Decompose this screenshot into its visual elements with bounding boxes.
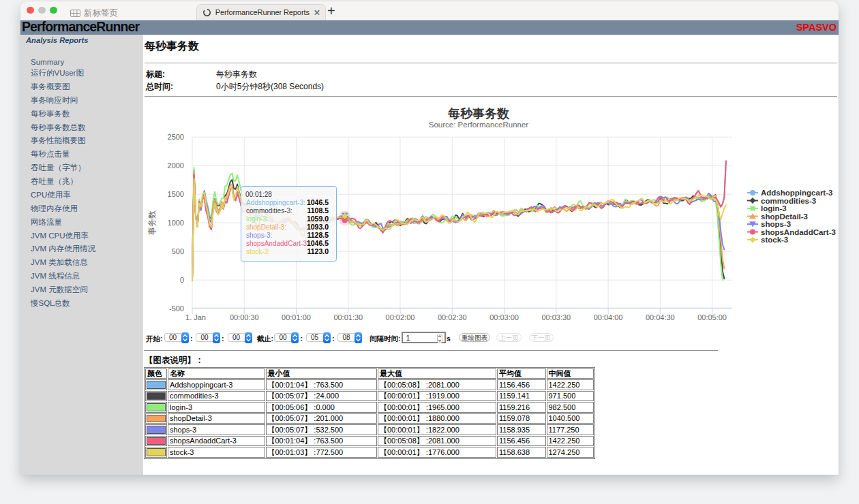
svg-text:事务数: 事务数 <box>147 210 157 235</box>
svg-text:00:01:00: 00:01:00 <box>282 313 311 321</box>
svg-text:00:04:30: 00:04:30 <box>646 313 675 321</box>
svg-text:shopDetail-3: shopDetail-3 <box>761 212 808 220</box>
svg-text:stock-3: stock-3 <box>761 236 788 244</box>
svg-text:00:04:00: 00:04:00 <box>594 313 623 321</box>
svg-text:1108.5: 1108.5 <box>307 206 329 215</box>
svg-text:00:02:30: 00:02:30 <box>438 313 467 321</box>
svg-text:stock-3:: stock-3: <box>246 248 270 255</box>
svg-text:1123.0: 1123.0 <box>307 247 329 255</box>
svg-text:login-3:: login-3: <box>246 215 269 223</box>
svg-text:1. Jan: 1. Jan <box>185 313 206 321</box>
svg-text:2000: 2000 <box>168 161 184 170</box>
svg-text:shopDetail-3:: shopDetail-3: <box>246 223 286 231</box>
svg-text:00:00:30: 00:00:30 <box>230 313 259 321</box>
svg-text:Addshoppingcart-3: Addshoppingcart-3 <box>761 189 832 197</box>
svg-text:commodities-3: commodities-3 <box>761 196 816 204</box>
svg-text:00:03:30: 00:03:30 <box>541 313 571 321</box>
svg-text:00:01:30: 00:01:30 <box>333 313 363 321</box>
svg-text:Source: PerformanceRunner: Source: PerformanceRunner <box>429 120 529 128</box>
svg-text:1046.5: 1046.5 <box>307 198 329 206</box>
svg-text:00:03:00: 00:03:00 <box>489 313 519 321</box>
svg-text:00:01:28: 00:01:28 <box>245 191 272 198</box>
svg-text:1046.5: 1046.5 <box>307 239 329 247</box>
svg-text:shops-3:: shops-3: <box>246 232 272 239</box>
svg-text:1128.5: 1128.5 <box>307 231 329 239</box>
svg-text:每秒事务数: 每秒事务数 <box>447 106 510 120</box>
svg-text:shopsAndaddCart-3: shopsAndaddCart-3 <box>761 227 836 236</box>
svg-text:00:05:00: 00:05:00 <box>697 313 727 321</box>
svg-text:1059.0: 1059.0 <box>307 215 329 223</box>
svg-text:00:02:00: 00:02:00 <box>386 313 415 321</box>
svg-text:2500: 2500 <box>168 133 184 141</box>
svg-text:Addshoppingcart-3:: Addshoppingcart-3: <box>246 199 305 206</box>
svg-text:-500: -500 <box>169 304 184 313</box>
svg-text:1500: 1500 <box>168 190 184 198</box>
svg-text:1093.0: 1093.0 <box>307 223 329 231</box>
svg-text:commodities-3:: commodities-3: <box>246 207 292 215</box>
svg-text:0: 0 <box>180 276 184 284</box>
svg-text:login-3: login-3 <box>761 204 787 212</box>
svg-text:shops-3: shops-3 <box>761 220 791 228</box>
svg-text:500: 500 <box>172 247 184 255</box>
svg-text:shopsAndaddCart-3:: shopsAndaddCart-3: <box>246 240 309 247</box>
svg-text:1000: 1000 <box>168 219 184 227</box>
